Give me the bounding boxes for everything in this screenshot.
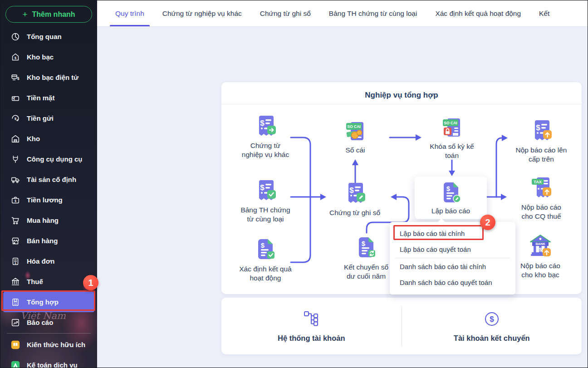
- sidebar-item-label: Tổng hợp: [27, 298, 59, 306]
- svg-text:$: $: [17, 77, 20, 81]
- menu-item-danh-sach-bctc[interactable]: Danh sách báo cáo tài chính: [390, 259, 515, 275]
- flow-title-divider: [221, 104, 582, 104]
- tab-label: Xác định kết quả hoạt động: [435, 10, 521, 18]
- sidebar-item-hoa-don[interactable]: $ Hóa đơn: [0, 251, 97, 271]
- tax-receipt-icon: TAX: [529, 175, 554, 200]
- shortcut-tai-khoan-ket-chuyen[interactable]: $ Tài khoản kết chuyển: [402, 298, 582, 354]
- plus-icon: +: [22, 10, 27, 20]
- sidebar-item-label: Công cụ dụng cụ: [27, 155, 82, 163]
- shortcut-he-thong-tai-khoan[interactable]: Hệ thống tài khoản: [221, 298, 402, 354]
- ledger-lock-icon: SO CAI: [439, 114, 465, 139]
- footer-shortcuts-card: Hệ thống tài khoản $ Tài khoản kết chuyể…: [221, 298, 582, 354]
- tab-label: Kết: [539, 10, 549, 18]
- svg-text:$: $: [15, 55, 16, 59]
- flow-node-lap-bao-cao[interactable]: $ Lập báo cáo: [415, 177, 487, 219]
- sidebar-item-label: Kho bạc điện tử: [27, 74, 78, 81]
- warehouse-icon: [10, 134, 20, 144]
- sidebar-item-mua-hang[interactable]: Mua hàng: [0, 210, 97, 231]
- menu-item-lap-bao-cao-quyet-toan[interactable]: Lập báo cáo quyết toán: [390, 241, 515, 257]
- menu-item-label: Lập báo cáo quyết toán: [400, 245, 471, 253]
- sidebar-item-tai-san-co-dinh[interactable]: Tài sản cố định: [0, 169, 97, 190]
- receipt-upload-icon: $: [529, 118, 554, 143]
- tab-xac-dinh-ket-qua[interactable]: Xác định kết quả hoạt động: [426, 0, 530, 26]
- tab-bar: Quy trình Chứng từ nghiệp vụ khác Chứng …: [97, 0, 588, 27]
- briefcase-icon: $: [10, 195, 20, 205]
- sidebar-item-ke-toan-dich-vu[interactable]: Kế toán dịch vụ: [0, 355, 97, 368]
- tab-bang-th-chung-tu[interactable]: Bảng TH chứng từ cùng loại: [320, 0, 426, 26]
- menu-item-lap-bao-cao-tai-chinh[interactable]: Lập báo cáo tài chính: [390, 226, 515, 241]
- knowledge-book-icon: [10, 340, 20, 350]
- svg-text:$: $: [539, 247, 542, 252]
- report-chart-icon: [10, 318, 20, 328]
- sidebar-item-kho-bac[interactable]: $ Kho bạc: [0, 47, 97, 67]
- flow-node-chung-tu-nghiep-vu-khac[interactable]: $ Chứng từ nghiệp vụ khác: [231, 113, 299, 160]
- sidebar-divider: [7, 333, 91, 334]
- sidebar-item-label: Kế toán dịch vụ: [27, 361, 78, 368]
- flow-node-nop-kho-bac[interactable]: BANK $ Nộp báo cáo cho kho bạc: [506, 233, 574, 280]
- sidebar-item-cong-cu-dung-cu[interactable]: Công cụ dụng cụ: [0, 149, 97, 169]
- receipt-pencil-icon: $: [342, 180, 368, 206]
- tools-icon: [10, 154, 20, 164]
- flow-node-label: Nộp báo cáo lên cấp trên: [516, 146, 567, 164]
- sidebar-item-thue[interactable]: Thuế: [0, 271, 97, 292]
- menu-divider: [395, 258, 510, 258]
- sidebar-item-tien-luong[interactable]: $ Tiền lương: [0, 190, 97, 210]
- shortcut-label: Tài khoản kết chuyển: [454, 334, 530, 343]
- flow-node-label: Chứng từ nghiệp vụ khác: [242, 141, 289, 160]
- svg-text:$: $: [362, 240, 366, 247]
- svg-text:BANK: BANK: [535, 242, 545, 246]
- lap-bao-cao-dropdown: Lập báo cáo tài chính Lập báo cáo quyết …: [390, 222, 515, 294]
- pie-chart-icon: [10, 32, 20, 42]
- menu-item-label: Danh sách báo cáo quyết toán: [400, 279, 492, 286]
- flow-node-chung-tu-ghi-so[interactable]: $ Chứng từ ghi sổ: [321, 180, 389, 217]
- flow-node-bang-th[interactable]: $ Bảng TH chứng từ cùng loại: [231, 177, 299, 224]
- tab-label: Quy trình: [115, 10, 144, 18]
- sidebar-item-label: Mua hàng: [27, 216, 59, 224]
- sidebar-item-ban-hang[interactable]: Bán hàng: [0, 231, 97, 251]
- sidebar-item-label: Tiền gửi: [27, 114, 54, 122]
- flow-node-nop-cap-tren[interactable]: $ Nộp báo cáo lên cấp trên: [507, 118, 575, 164]
- document-pencil-icon: $: [438, 180, 464, 205]
- tab-ket-truncated[interactable]: Kết: [530, 0, 559, 26]
- sidebar-menu: Tổng quan $ Kho bạc $ Kho bạc điện tử $ …: [0, 26, 97, 368]
- document-sync-icon: $: [353, 235, 379, 260]
- svg-text:$: $: [261, 241, 265, 249]
- flow-node-label: Xác định kết quả hoạt động: [239, 265, 291, 283]
- menu-item-danh-sach-bcqt[interactable]: Danh sách báo cáo quyết toán: [390, 275, 515, 290]
- ledger-coins-icon: SO CAI: [343, 118, 368, 143]
- sidebar-item-kho-bac-dien-tu[interactable]: $ Kho bạc điện tử: [0, 67, 97, 88]
- tab-quy-trinh[interactable]: Quy trình: [106, 0, 153, 26]
- flow-node-khoa-so[interactable]: SO CAI Khóa sổ kỳ kế toán: [418, 114, 486, 161]
- sidebar-item-tien-mat[interactable]: $ Tiền mặt: [0, 88, 97, 108]
- sidebar: Phụ nữ Việt Nam + Thêm nhanh Tổng quan $…: [0, 0, 97, 368]
- svg-text:$: $: [15, 261, 16, 264]
- flow-node-nop-cq-thue[interactable]: TAX Nộp báo cáo cho CQ thuế: [507, 175, 575, 221]
- flow-node-label: Chứng từ ghi sổ: [329, 208, 380, 217]
- sidebar-item-bao-cao[interactable]: Báo cáo: [0, 312, 97, 333]
- tab-chung-tu-ghi-so[interactable]: Chứng từ ghi sổ: [251, 0, 320, 26]
- sidebar-item-label: Tiền lương: [27, 196, 63, 204]
- receipt-check-icon: $: [253, 177, 278, 203]
- flow-node-xac-dinh[interactable]: $ Xác định kết quả hoạt động: [231, 236, 299, 283]
- svg-text:$: $: [349, 186, 354, 195]
- sidebar-item-label: Tổng quan: [27, 33, 62, 40]
- svg-text:$: $: [13, 98, 15, 100]
- wallet-icon: $: [10, 93, 20, 103]
- cart-icon: [10, 216, 20, 226]
- flow-title: Nghiệp vụ tổng hợp: [221, 91, 582, 100]
- flow-node-so-cai[interactable]: SO CAI Sổ cái: [321, 118, 389, 155]
- sidebar-item-tong-quan[interactable]: Tổng quan: [0, 26, 97, 47]
- menu-item-label: Danh sách báo cáo tài chính: [400, 263, 486, 270]
- sidebar-item-kho[interactable]: Kho: [0, 128, 97, 149]
- quick-add-button[interactable]: + Thêm nhanh: [5, 6, 92, 23]
- svg-text:SO CAI: SO CAI: [444, 121, 457, 125]
- tab-chung-tu-nghiep-vu-khac[interactable]: Chứng từ nghiệp vụ khác: [153, 0, 251, 26]
- document-check-icon: $: [253, 236, 278, 262]
- sidebar-item-tien-gui[interactable]: $ Tiền gửi: [0, 108, 97, 128]
- account-tree-icon: [302, 309, 321, 329]
- svg-text:$: $: [15, 199, 16, 203]
- sidebar-item-label: Thuế: [27, 278, 43, 285]
- sidebar-item-kien-thuc[interactable]: Kiến thức hữu ích: [0, 334, 97, 355]
- flow-node-label: Khóa sổ kỳ kế toán: [430, 142, 474, 161]
- sidebar-item-tong-hop[interactable]: Tổng hợp: [3, 292, 94, 312]
